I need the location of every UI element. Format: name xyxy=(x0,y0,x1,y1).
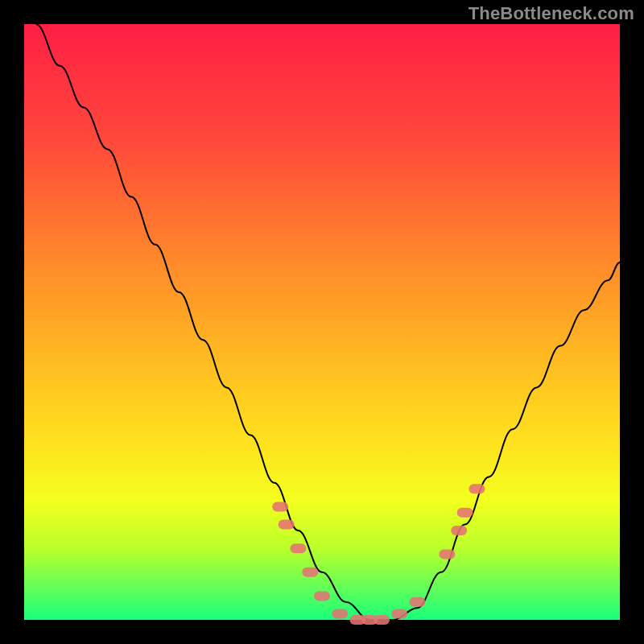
bottleneck-chart xyxy=(0,0,644,644)
curve-marker xyxy=(469,484,485,493)
curve-marker xyxy=(374,615,390,625)
chart-frame: TheBottleneck.com xyxy=(0,0,644,644)
curve-marker xyxy=(332,609,348,619)
curve-marker xyxy=(439,550,455,559)
curve-marker xyxy=(302,568,318,577)
curve-marker xyxy=(314,591,330,601)
curve-marker xyxy=(290,543,306,553)
plot-background xyxy=(24,24,620,620)
curve-marker xyxy=(391,609,407,619)
curve-marker xyxy=(451,526,467,535)
watermark-text: TheBottleneck.com xyxy=(469,3,634,24)
curve-marker xyxy=(457,508,473,518)
curve-marker xyxy=(272,502,288,511)
curve-marker xyxy=(279,520,295,530)
curve-marker xyxy=(409,597,425,607)
